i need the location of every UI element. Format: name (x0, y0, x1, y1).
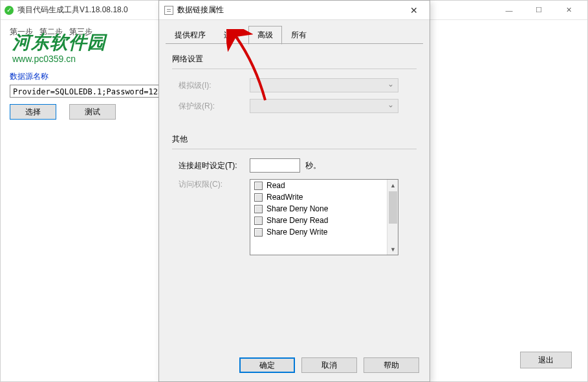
help-button[interactable]: 帮助 (364, 357, 419, 373)
timeout-label: 连接超时设定(T): (179, 160, 250, 171)
impersonation-label: 模拟级(I): (179, 80, 250, 91)
protection-label: 保护级(R): (179, 101, 250, 112)
network-group-label: 网络设置 (172, 54, 417, 65)
list-item: Share Deny Write (250, 226, 398, 238)
cancel-button[interactable]: 取消 (301, 357, 357, 373)
scroll-down-icon[interactable]: ▼ (387, 244, 398, 255)
timeout-input[interactable] (250, 158, 300, 173)
step-2[interactable]: 第二步 (39, 27, 63, 37)
dialog-close-button[interactable]: ✕ (401, 2, 427, 19)
scroll-thumb[interactable] (389, 191, 397, 224)
tab-provider[interactable]: 提供程序 (166, 26, 215, 45)
checkbox-icon[interactable] (254, 193, 263, 202)
checkbox-icon[interactable] (254, 205, 263, 213)
tab-border (166, 43, 423, 44)
tab-all[interactable]: 所有 (282, 26, 316, 45)
impersonation-combo[interactable] (250, 78, 398, 92)
dialog-titlebar: 数据链接属性 ✕ (159, 1, 430, 20)
data-link-dialog: 数据链接属性 ✕ 提供程序 连接 高级 所有 网络设置 模拟级(I): 保护级(… (158, 0, 430, 382)
window-controls: — ☐ ✕ (494, 1, 583, 19)
list-item: Share Deny Read (250, 215, 398, 226)
test-button[interactable]: 测试 (69, 104, 116, 120)
exit-button[interactable]: 退出 (520, 352, 572, 368)
checkbox-icon[interactable] (254, 228, 263, 237)
other-group-label: 其他 (172, 134, 417, 145)
list-item: Share Deny None (250, 203, 398, 215)
scroll-up-icon[interactable]: ▲ (387, 180, 398, 191)
network-group: 模拟级(I): 保护级(R): (172, 69, 417, 129)
ok-button[interactable]: 确定 (239, 357, 295, 373)
maximize-button[interactable]: ☐ (524, 1, 554, 19)
protection-combo[interactable] (250, 99, 398, 113)
step-3[interactable]: 第三步 (69, 27, 93, 37)
checkbox-icon[interactable] (254, 217, 263, 225)
close-button[interactable]: ✕ (554, 1, 583, 19)
dialog-title: 数据链接属性 (177, 5, 401, 16)
dialog-icon (164, 6, 173, 15)
scrollbar[interactable]: ▲ ▼ (387, 180, 398, 255)
app-icon: ✓ (5, 6, 14, 15)
checkbox-icon[interactable] (254, 182, 263, 190)
tab-connection[interactable]: 连接 (215, 26, 248, 45)
access-label: 访问权限(C): (179, 179, 250, 190)
tabstrip: 提供程序 连接 高级 所有 (159, 20, 430, 44)
list-item: Read (250, 180, 398, 191)
other-group: 连接超时设定(T): 秒。 访问权限(C): Read ReadWrite Sh… (172, 149, 417, 271)
dialog-body: 网络设置 模拟级(I): 保护级(R): 其他 连接超时设定(T): 秒。 访问… (159, 45, 430, 285)
access-listbox[interactable]: Read ReadWrite Share Deny None Share Den… (250, 179, 398, 255)
step-1[interactable]: 第一步 (10, 27, 33, 37)
list-item: ReadWrite (250, 191, 398, 203)
tab-advanced[interactable]: 高级 (248, 26, 282, 45)
select-button[interactable]: 选择 (10, 104, 56, 120)
timeout-suffix: 秒。 (305, 160, 321, 171)
minimize-button[interactable]: — (494, 1, 524, 19)
dialog-footer: 确定 取消 帮助 (159, 349, 430, 381)
